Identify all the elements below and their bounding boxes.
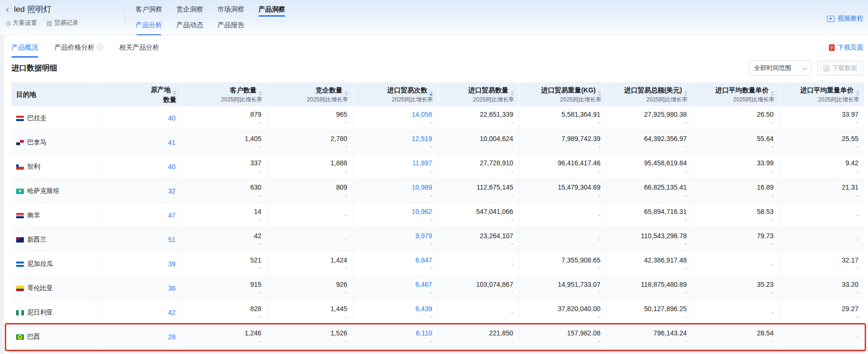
sort-icon[interactable]: [429, 91, 433, 96]
sort-icon[interactable]: [856, 91, 859, 96]
column-header-import-trade-amount[interactable]: 进口贸易总额(美元) 2025同比增长率: [607, 82, 693, 106]
download-data-button[interactable]: 下载数据: [817, 61, 863, 76]
tab-product-overview[interactable]: 产品概况: [11, 43, 38, 52]
column-sublabel: 2025同比增长率: [221, 96, 262, 103]
column-header-import-trade-quantity[interactable]: 进口贸易数量 2025同比增长率: [438, 82, 519, 106]
growth-value: -: [772, 143, 774, 151]
growth-value: -: [259, 119, 261, 126]
customer-count-cell: 14-: [182, 203, 268, 227]
origin-count-link[interactable]: 47: [168, 211, 176, 220]
growth-value: -: [599, 338, 600, 345]
origin-count-link[interactable]: 40: [168, 162, 176, 171]
trade-count-link[interactable]: 6,439: [415, 304, 432, 313]
import-trade-quantity-cell: 103,074,867-: [438, 276, 519, 300]
trade-count-link[interactable]: 6,847: [415, 256, 432, 264]
trade-count-link[interactable]: 10,962: [412, 207, 432, 216]
sort-icon[interactable]: [344, 91, 348, 96]
subnav-product-analysis[interactable]: 产品分析: [135, 20, 162, 30]
subnav-product-trends[interactable]: 产品动态: [176, 20, 203, 30]
sort-icon[interactable]: [258, 91, 262, 96]
sort-icon[interactable]: [771, 91, 775, 96]
competitor-count-cell: 2,780-: [268, 131, 353, 154]
cell-value: 337: [250, 159, 261, 167]
origin-count-link[interactable]: 51: [168, 235, 176, 244]
cell-value: 25.55: [842, 134, 858, 143]
cell-value: 15,479,304.69: [558, 183, 600, 192]
time-range-select[interactable]: 全部时间范围: [749, 61, 812, 76]
customer-count-cell: 337-: [182, 155, 268, 179]
trade-count-link[interactable]: 10,989: [412, 183, 432, 192]
video-tutorial-link[interactable]: 视频教程: [827, 14, 863, 23]
origin-count-link[interactable]: 36: [168, 284, 176, 293]
origin-count-link[interactable]: 41: [168, 138, 176, 147]
back-icon[interactable]: ‹: [6, 5, 9, 14]
nav-competitor-insight[interactable]: 竞企洞察: [176, 5, 203, 14]
competitor-count-cell: 965-: [268, 106, 353, 130]
origin-count-link[interactable]: 32: [168, 187, 176, 195]
trade-count-link[interactable]: 6,110: [416, 329, 432, 337]
column-header-origin-count[interactable]: 原产地 数量: [96, 82, 182, 106]
origin-count-link[interactable]: 42: [168, 308, 176, 317]
sort-icon[interactable]: [684, 91, 688, 96]
column-header-import-trade-count[interactable]: 进口贸易次数 2025同比增长率: [353, 82, 438, 106]
info-icon[interactable]: [97, 44, 103, 51]
trade-count-link[interactable]: 9,979: [415, 232, 432, 240]
table-row: 尼日利亚42828-1,445-6,439--37,820,040.00-50,…: [11, 301, 864, 325]
origin-count-link[interactable]: 40: [168, 114, 176, 122]
horizontal-scrollbar[interactable]: [10, 350, 865, 353]
subnav-product-report[interactable]: 产品报告: [217, 20, 244, 30]
destination-cell: 哈萨克斯坦: [11, 179, 96, 203]
nav-product-insight[interactable]: 产品洞察: [258, 5, 285, 14]
column-header-competitor-count[interactable]: 竞企数量 2025同比增长率: [268, 82, 353, 106]
play-video-icon: [827, 16, 835, 22]
scheme-settings-button[interactable]: ◎ 方案设置: [6, 19, 37, 27]
customer-count-cell: 1,246-: [182, 325, 268, 349]
competitor-count-cell: 1,888-: [268, 155, 353, 179]
growth-value: -: [685, 289, 687, 296]
column-header-import-avg-quantity-price[interactable]: 进口平均数量单价 2025同比增长率: [693, 82, 780, 106]
trade-count-link[interactable]: 12,519: [412, 134, 432, 143]
growth-value: -: [345, 143, 347, 151]
origin-count-link[interactable]: 28: [168, 333, 176, 341]
column-header-import-trade-weight[interactable]: 进口贸易重量(KG) 2025同比增长率: [519, 82, 607, 106]
table-row: 南非4714--10,962-547,041,066--65,894,716.3…: [11, 203, 864, 228]
growth-value: -: [259, 143, 261, 151]
origin-count-link[interactable]: 39: [168, 260, 176, 268]
origin-count-cell: 41: [96, 131, 182, 154]
table-row: 巴拉圭40879-965-14,058-22,651,339-5,581,364…: [11, 106, 864, 131]
growth-value: -: [430, 143, 432, 151]
sort-icon[interactable]: [598, 91, 601, 96]
nav-customer-insight[interactable]: 客户洞察: [135, 5, 162, 14]
cell-value: 29.27: [842, 304, 858, 313]
import-avg-quantity-price-cell: 79.73-: [693, 228, 780, 252]
cell-value: 65,894,716.31: [644, 207, 687, 216]
destination-name: 南非: [27, 211, 40, 220]
competitor-count-cell: -: [268, 203, 353, 227]
cell-value: 58.53: [757, 207, 774, 216]
trade-count-link[interactable]: 6,467: [415, 280, 432, 289]
tab-price-analysis[interactable]: 产品价格分析: [54, 43, 103, 52]
import-avg-weight-price-cell: 32.17-: [780, 252, 864, 276]
growth-value: -: [345, 192, 347, 199]
trade-count-link[interactable]: 11,897: [412, 159, 432, 167]
tab-related-products[interactable]: 相关产品分析: [119, 43, 159, 52]
cell-value: 55.64: [757, 134, 774, 143]
empty-value: -: [857, 212, 858, 219]
import-trade-amount-usd-cell: 50,127,896.25-: [607, 301, 693, 324]
download-page-link[interactable]: 下载页面: [829, 43, 863, 52]
cell-value: 547,041,066: [476, 207, 513, 216]
table-row: 智利40337-1,888-11,897-27,728,910-96,416,4…: [11, 155, 864, 179]
trade-count-link[interactable]: 14,058: [412, 110, 432, 119]
trade-records-button[interactable]: ▤ 贸易记录: [46, 19, 78, 27]
column-header-customer-count[interactable]: 客户数量 2025同比增长率: [182, 82, 268, 106]
import-trade-count-cell: 6,467-: [353, 276, 438, 300]
download-data-label: 下载数据: [832, 64, 857, 72]
sort-icon[interactable]: [173, 91, 176, 95]
sort-icon[interactable]: [510, 91, 514, 96]
import-trade-amount-usd-cell: 95,458,619.84-: [607, 155, 693, 179]
empty-value: -: [599, 212, 600, 219]
cell-value: 828: [250, 304, 261, 313]
nav-market-insight[interactable]: 市场洞察: [217, 5, 244, 14]
cell-value: 157,982.08: [567, 329, 600, 337]
column-header-import-avg-weight-price[interactable]: 进口平均重量单价 2025同比增长率: [780, 82, 864, 106]
